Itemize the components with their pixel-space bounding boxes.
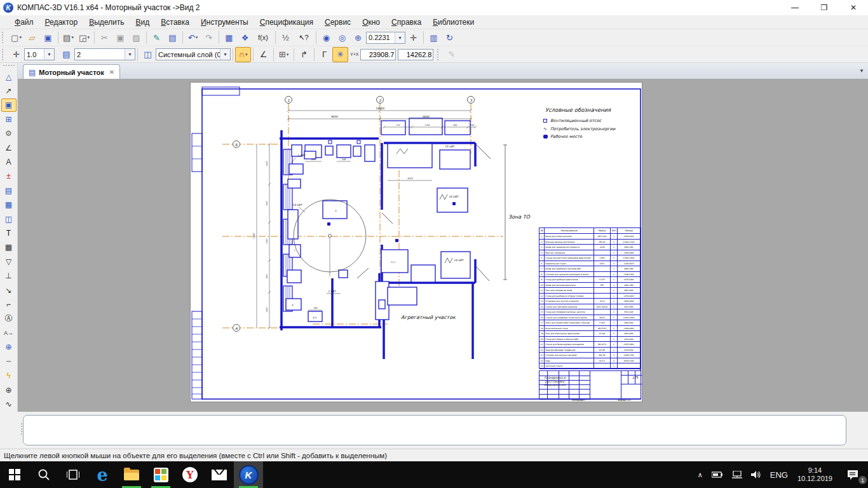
show-all-button[interactable]: ◉ (318, 30, 334, 45)
layers-button[interactable]: ◫ (140, 47, 156, 62)
task-view-button[interactable] (58, 461, 88, 488)
designations-build-tool[interactable]: ⊞ (1, 113, 17, 126)
dimensions-tool[interactable]: ↗ (1, 85, 17, 97)
paste-button[interactable]: ▨ (128, 30, 144, 45)
menu-item-Сервис[interactable]: Сервис (319, 17, 356, 28)
drawing-canvas[interactable]: 1 2 3 Б А 18000 9000 9000 372 1700 920 5… (18, 79, 868, 412)
store-button[interactable] (146, 461, 175, 488)
preview-button[interactable]: ◲▾ (76, 30, 92, 45)
menu-item-Справка[interactable]: Справка (386, 17, 427, 28)
start-button[interactable] (0, 461, 29, 488)
cut-button[interactable]: ✂ (97, 30, 112, 45)
center-tool[interactable]: ⊕ (1, 383, 17, 396)
wave-tool[interactable]: ∿ (1, 398, 17, 410)
ortho-button[interactable]: Γ (316, 47, 332, 62)
refresh-button[interactable]: ↻ (442, 30, 458, 45)
help-pointer-button[interactable]: ↖? (294, 30, 314, 45)
electric-tool[interactable]: ϟ (1, 369, 17, 382)
section-tool[interactable]: ⌐ (1, 298, 17, 311)
specification-tool[interactable]: ▦ (1, 198, 17, 211)
layer-combo[interactable]: Системный слой (0)▼ (156, 48, 231, 60)
leader-tool[interactable]: ↘ (1, 283, 17, 296)
zoom-in-button[interactable]: ⊕ (350, 30, 366, 45)
weld-tool[interactable]: ⊕ (1, 341, 17, 353)
edge-button[interactable]: e (88, 461, 117, 488)
datum-tool[interactable]: ⊥ (1, 269, 17, 282)
copy-button[interactable]: ▣ (112, 30, 128, 45)
chevron-down-icon[interactable]: ▾ (19, 35, 22, 40)
tray-chevron-icon[interactable]: ∧ (693, 461, 707, 488)
mail-button[interactable] (205, 461, 234, 488)
redo-button[interactable]: ↷ (201, 30, 217, 45)
grid-button[interactable]: ⊞▾ (276, 47, 292, 62)
snap-points-button[interactable]: ✛ (8, 47, 24, 62)
panel-grip[interactable] (3, 65, 15, 69)
menu-item-Вставка[interactable]: Вставка (155, 17, 195, 28)
minimize-button[interactable]: — (780, 0, 810, 15)
position-tool[interactable]: A→ (1, 327, 17, 339)
menu-item-Окно[interactable]: Окно (356, 17, 386, 28)
new-button[interactable]: ▢▾ (8, 30, 24, 45)
variables-button[interactable]: f(x) (253, 30, 273, 45)
undo-button[interactable]: ↶▾ (185, 30, 201, 45)
selection-tool[interactable]: ± (1, 170, 17, 182)
rounding-button[interactable]: ✳ (332, 47, 348, 62)
menu-item-Вид[interactable]: Вид (130, 17, 156, 28)
angle-snap-button[interactable]: ∠ (255, 47, 271, 62)
open-button[interactable]: ▱ (24, 30, 40, 45)
search-button[interactable] (29, 461, 58, 488)
zoom-area-button[interactable]: ◎ (334, 30, 350, 45)
parametrization-tool[interactable]: ∠ (1, 141, 17, 154)
tab-motor-section[interactable]: ▤ Моторный участок ✕ (23, 64, 120, 79)
menu-item-Файл[interactable]: Файл (9, 17, 39, 28)
library-manager-button[interactable]: ❖ (237, 30, 253, 45)
save-button[interactable]: ▣ (40, 30, 56, 45)
message-box[interactable] (23, 415, 846, 445)
centerline-tool[interactable]: ┄ (1, 355, 17, 368)
renumber-button[interactable]: ½ (278, 30, 294, 45)
volume-icon[interactable] (747, 461, 766, 488)
drawing-sheet[interactable]: 1 2 3 Б А 18000 9000 9000 372 1700 920 5… (191, 83, 642, 402)
action-center-button[interactable]: 1 (837, 461, 868, 488)
local-cs-button[interactable]: ↱ (296, 47, 312, 62)
explorer-button[interactable] (117, 461, 146, 488)
network-icon[interactable] (728, 461, 747, 488)
snap-magnet-button[interactable]: ∩▾ (235, 47, 251, 62)
tab-list-dropdown-icon[interactable]: ▼ (859, 68, 864, 74)
editing-tool[interactable]: ⚙ (1, 127, 17, 140)
toolbar-grip[interactable] (2, 49, 6, 60)
pan-button[interactable]: ✛ (405, 30, 421, 45)
measure-tool[interactable]: A (1, 156, 17, 168)
views-tool[interactable]: ▤ (1, 184, 17, 197)
menu-item-Инструменты[interactable]: Инструменты (195, 17, 254, 28)
menu-item-Редактор[interactable]: Редактор (39, 17, 84, 28)
tab-close-icon[interactable]: ✕ (109, 69, 114, 76)
menu-item-Выделить[interactable]: Выделить (83, 17, 130, 28)
geometry-tool[interactable]: △ (1, 70, 17, 83)
restore-button[interactable]: ❐ (810, 0, 839, 15)
menu-item-Спецификация[interactable]: Спецификация (254, 17, 319, 28)
roughness-tool[interactable]: ▽ (1, 255, 17, 268)
designations-tool[interactable]: ▣ (1, 98, 17, 111)
table-tool[interactable]: ▦ (1, 241, 17, 254)
marking-tool[interactable]: Ⓐ (1, 312, 17, 325)
text-tool[interactable]: T (1, 227, 17, 240)
toolbar-grip[interactable] (2, 32, 6, 43)
print-button[interactable]: ▤▾ (60, 30, 76, 45)
language-indicator[interactable]: ENG (766, 461, 792, 488)
orientation-button[interactable]: ▥ (426, 30, 442, 45)
reports-tool[interactable]: ◫ (1, 212, 17, 225)
kompas-button[interactable]: K (234, 461, 263, 488)
scale-combo[interactable]: 1.0▼ (24, 48, 55, 60)
menu-item-Библиотеки[interactable]: Библиотеки (427, 17, 480, 28)
properties-button[interactable]: ▤ (165, 30, 180, 45)
coord-y-field[interactable] (398, 49, 433, 60)
view-combo[interactable]: 2▼ (74, 48, 135, 60)
chevron-down-icon[interactable]: ▼ (395, 32, 405, 43)
yandex-button[interactable]: Y (175, 461, 205, 488)
current-scale-combo[interactable]: 0.2231▼ (366, 32, 405, 44)
copy-properties-button[interactable]: ✎ (149, 30, 165, 45)
battery-icon[interactable] (707, 461, 728, 488)
chevron-down-icon[interactable]: ▾ (87, 35, 90, 40)
coord-x-field[interactable] (360, 49, 396, 60)
